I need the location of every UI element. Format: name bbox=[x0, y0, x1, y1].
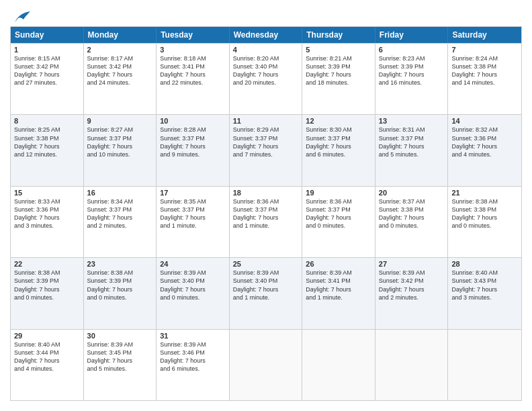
day-info: Sunrise: 8:32 AM Sunset: 3:36 PM Dayligh… bbox=[451, 126, 518, 158]
table-row: 7Sunrise: 8:24 AM Sunset: 3:38 PM Daylig… bbox=[448, 44, 521, 114]
day-info: Sunrise: 8:29 AM Sunset: 3:37 PM Dayligh… bbox=[233, 126, 299, 158]
day-info: Sunrise: 8:18 AM Sunset: 3:41 PM Dayligh… bbox=[160, 54, 226, 87]
day-number: 8 bbox=[14, 117, 80, 125]
day-number: 9 bbox=[87, 117, 153, 125]
table-row: 5Sunrise: 8:21 AM Sunset: 3:39 PM Daylig… bbox=[302, 44, 375, 114]
day-number: 29 bbox=[14, 332, 80, 340]
table-row: 16Sunrise: 8:34 AM Sunset: 3:37 PM Dayli… bbox=[84, 187, 157, 257]
day-number: 10 bbox=[160, 117, 226, 125]
day-number: 19 bbox=[306, 189, 371, 197]
day-number: 5 bbox=[306, 46, 371, 54]
table-row: 20Sunrise: 8:37 AM Sunset: 3:38 PM Dayli… bbox=[375, 187, 449, 257]
table-row: 26Sunrise: 8:39 AM Sunset: 3:41 PM Dayli… bbox=[302, 258, 375, 328]
day-info: Sunrise: 8:37 AM Sunset: 3:38 PM Dayligh… bbox=[379, 197, 445, 230]
table-row: 29Sunrise: 8:40 AM Sunset: 3:44 PM Dayli… bbox=[11, 330, 84, 400]
day-info: Sunrise: 8:23 AM Sunset: 3:39 PM Dayligh… bbox=[379, 54, 445, 87]
day-number: 21 bbox=[451, 189, 518, 197]
day-number: 12 bbox=[306, 117, 371, 125]
day-number: 3 bbox=[160, 46, 226, 54]
table-row: 15Sunrise: 8:33 AM Sunset: 3:36 PM Dayli… bbox=[11, 187, 84, 257]
day-number: 16 bbox=[87, 189, 153, 197]
table-row: 1Sunrise: 8:15 AM Sunset: 3:42 PM Daylig… bbox=[11, 44, 84, 114]
table-row: 3Sunrise: 8:18 AM Sunset: 3:41 PM Daylig… bbox=[157, 44, 230, 114]
header-tuesday: Tuesday bbox=[157, 27, 230, 43]
calendar-body: 1Sunrise: 8:15 AM Sunset: 3:42 PM Daylig… bbox=[11, 43, 521, 400]
day-info: Sunrise: 8:38 AM Sunset: 3:39 PM Dayligh… bbox=[87, 269, 153, 302]
calendar-row-3: 15Sunrise: 8:33 AM Sunset: 3:36 PM Dayli… bbox=[11, 186, 521, 257]
header-thursday: Thursday bbox=[302, 27, 375, 43]
day-number: 28 bbox=[451, 260, 518, 268]
day-number: 26 bbox=[306, 260, 371, 268]
day-info: Sunrise: 8:38 AM Sunset: 3:39 PM Dayligh… bbox=[14, 269, 80, 302]
calendar-row-4: 22Sunrise: 8:38 AM Sunset: 3:39 PM Dayli… bbox=[11, 257, 521, 328]
table-row bbox=[448, 330, 521, 400]
day-info: Sunrise: 8:25 AM Sunset: 3:38 PM Dayligh… bbox=[14, 126, 80, 158]
table-row: 17Sunrise: 8:35 AM Sunset: 3:37 PM Dayli… bbox=[157, 187, 230, 257]
day-info: Sunrise: 8:30 AM Sunset: 3:37 PM Dayligh… bbox=[306, 126, 371, 158]
table-row: 6Sunrise: 8:23 AM Sunset: 3:39 PM Daylig… bbox=[375, 44, 449, 114]
table-row: 4Sunrise: 8:20 AM Sunset: 3:40 PM Daylig… bbox=[230, 44, 303, 114]
day-number: 6 bbox=[379, 46, 445, 54]
day-number: 24 bbox=[160, 260, 226, 268]
day-info: Sunrise: 8:39 AM Sunset: 3:40 PM Dayligh… bbox=[233, 269, 299, 302]
day-number: 2 bbox=[87, 46, 153, 54]
table-row: 11Sunrise: 8:29 AM Sunset: 3:37 PM Dayli… bbox=[230, 115, 303, 185]
table-row: 31Sunrise: 8:39 AM Sunset: 3:46 PM Dayli… bbox=[157, 330, 230, 400]
day-info: Sunrise: 8:15 AM Sunset: 3:42 PM Dayligh… bbox=[14, 54, 80, 87]
table-row bbox=[302, 330, 375, 400]
day-number: 1 bbox=[14, 46, 80, 54]
table-row: 9Sunrise: 8:27 AM Sunset: 3:37 PM Daylig… bbox=[84, 115, 157, 185]
calendar-row-1: 1Sunrise: 8:15 AM Sunset: 3:42 PM Daylig… bbox=[11, 43, 521, 114]
header-friday: Friday bbox=[375, 27, 449, 43]
table-row: 21Sunrise: 8:38 AM Sunset: 3:38 PM Dayli… bbox=[448, 187, 521, 257]
day-number: 15 bbox=[14, 189, 80, 197]
page: Sunday Monday Tuesday Wednesday Thursday… bbox=[0, 0, 532, 411]
day-number: 25 bbox=[233, 260, 299, 268]
day-number: 22 bbox=[14, 260, 80, 268]
day-info: Sunrise: 8:24 AM Sunset: 3:38 PM Dayligh… bbox=[451, 54, 518, 87]
logo-bird-icon bbox=[11, 10, 32, 25]
day-number: 27 bbox=[379, 260, 445, 268]
header bbox=[10, 10, 522, 21]
day-number: 30 bbox=[87, 332, 153, 340]
day-info: Sunrise: 8:31 AM Sunset: 3:37 PM Dayligh… bbox=[379, 126, 445, 158]
table-row bbox=[375, 330, 449, 400]
day-info: Sunrise: 8:28 AM Sunset: 3:37 PM Dayligh… bbox=[160, 126, 226, 158]
calendar-row-5: 29Sunrise: 8:40 AM Sunset: 3:44 PM Dayli… bbox=[11, 329, 521, 400]
table-row: 25Sunrise: 8:39 AM Sunset: 3:40 PM Dayli… bbox=[230, 258, 303, 328]
table-row: 8Sunrise: 8:25 AM Sunset: 3:38 PM Daylig… bbox=[11, 115, 84, 185]
header-saturday: Saturday bbox=[448, 27, 521, 43]
day-info: Sunrise: 8:21 AM Sunset: 3:39 PM Dayligh… bbox=[306, 54, 371, 87]
table-row: 19Sunrise: 8:36 AM Sunset: 3:37 PM Dayli… bbox=[302, 187, 375, 257]
day-number: 11 bbox=[233, 117, 299, 125]
header-wednesday: Wednesday bbox=[230, 27, 303, 43]
table-row: 18Sunrise: 8:36 AM Sunset: 3:37 PM Dayli… bbox=[230, 187, 303, 257]
table-row: 30Sunrise: 8:39 AM Sunset: 3:45 PM Dayli… bbox=[84, 330, 157, 400]
table-row: 14Sunrise: 8:32 AM Sunset: 3:36 PM Dayli… bbox=[448, 115, 521, 185]
day-number: 7 bbox=[451, 46, 518, 54]
calendar-row-2: 8Sunrise: 8:25 AM Sunset: 3:38 PM Daylig… bbox=[11, 114, 521, 185]
table-row: 22Sunrise: 8:38 AM Sunset: 3:39 PM Dayli… bbox=[11, 258, 84, 328]
table-row: 13Sunrise: 8:31 AM Sunset: 3:37 PM Dayli… bbox=[375, 115, 449, 185]
table-row: 27Sunrise: 8:39 AM Sunset: 3:42 PM Dayli… bbox=[375, 258, 449, 328]
day-info: Sunrise: 8:33 AM Sunset: 3:36 PM Dayligh… bbox=[14, 197, 80, 230]
day-number: 18 bbox=[233, 189, 299, 197]
day-info: Sunrise: 8:17 AM Sunset: 3:42 PM Dayligh… bbox=[87, 54, 153, 87]
day-number: 17 bbox=[160, 189, 226, 197]
day-info: Sunrise: 8:34 AM Sunset: 3:37 PM Dayligh… bbox=[87, 197, 153, 230]
calendar-header: Sunday Monday Tuesday Wednesday Thursday… bbox=[11, 27, 521, 43]
header-sunday: Sunday bbox=[11, 27, 84, 43]
day-number: 20 bbox=[379, 189, 445, 197]
table-row: 10Sunrise: 8:28 AM Sunset: 3:37 PM Dayli… bbox=[157, 115, 230, 185]
day-number: 31 bbox=[160, 332, 226, 340]
day-info: Sunrise: 8:39 AM Sunset: 3:40 PM Dayligh… bbox=[160, 269, 226, 302]
day-info: Sunrise: 8:39 AM Sunset: 3:41 PM Dayligh… bbox=[306, 269, 371, 302]
day-info: Sunrise: 8:39 AM Sunset: 3:42 PM Dayligh… bbox=[379, 269, 445, 302]
day-number: 14 bbox=[451, 117, 518, 125]
day-info: Sunrise: 8:36 AM Sunset: 3:37 PM Dayligh… bbox=[306, 197, 371, 230]
table-row: 24Sunrise: 8:39 AM Sunset: 3:40 PM Dayli… bbox=[157, 258, 230, 328]
logo bbox=[10, 10, 32, 21]
calendar: Sunday Monday Tuesday Wednesday Thursday… bbox=[10, 26, 522, 401]
day-info: Sunrise: 8:40 AM Sunset: 3:43 PM Dayligh… bbox=[451, 269, 518, 302]
day-info: Sunrise: 8:35 AM Sunset: 3:37 PM Dayligh… bbox=[160, 197, 226, 230]
